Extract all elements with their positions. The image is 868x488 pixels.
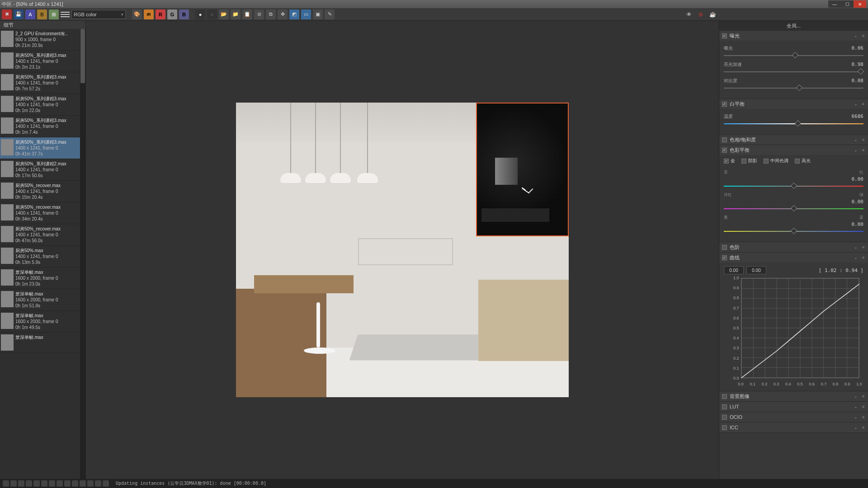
status-icon[interactable] [49,480,55,487]
render-region-marquee[interactable] [476,103,569,236]
chevron-down-icon[interactable]: ⌄ [853,245,859,249]
status-icon[interactable] [26,480,32,487]
chevron-down-icon[interactable]: ⌄ [853,394,859,399]
channel-select[interactable]: RGB color [71,10,126,19]
history-item[interactable]: 厨房50%_recover.max1400 x 1241, frame 00h … [0,224,85,246]
chevron-down-icon[interactable]: ⌄ [853,33,859,38]
icc-enable-check[interactable] [722,425,727,430]
cyan-red-value[interactable]: 0.00 [852,176,864,182]
history-item[interactable]: 厨房50%_recover.max1400 x 1241, frame 00h … [0,181,85,202]
curves-plot[interactable]: 1.00.90.80.70.60.50.40.30.20.10.00.00.10… [728,278,859,386]
history-item[interactable]: 厨房50%_系列课程2.max1400 x 1241, frame 00h 17… [0,159,85,181]
history-item[interactable]: 景深单帧.max1600 x 2000, frame 00h 1m 23.0s [0,267,85,289]
levels-enable-check[interactable] [722,245,727,250]
menu-icon[interactable]: ≡ [861,102,865,106]
status-icon[interactable] [80,480,86,487]
contrast-value[interactable]: 0.08 [852,78,864,84]
compare-icon[interactable]: ⧉ [266,9,276,19]
fit-view-icon[interactable]: ▭ [301,9,311,19]
temperature-value[interactable]: 6686 [852,113,864,120]
history-item[interactable]: 厨房50%_系列课程3.max1400 x 1241, frame 00h 41… [0,137,85,159]
history-scrollbar[interactable] [80,29,85,479]
clock-icon[interactable]: ⊘ [254,9,264,19]
magenta-green-value[interactable]: 0.00 [852,199,864,205]
properties-header[interactable]: 全局... [719,21,868,31]
menu-icon[interactable]: ≡ [861,148,865,152]
render-viewport[interactable] [86,21,719,479]
menu-icon[interactable]: ≡ [861,415,865,419]
curves-enable-check[interactable]: ✓ [722,255,727,260]
cb-highlight-check[interactable]: 高光 [795,158,811,164]
chevron-down-icon[interactable]: ⌄ [853,404,859,409]
lut-enable-check[interactable] [722,404,727,409]
history-item[interactable]: 厨房50%_系列课程3.max1400 x 1241, frame 00h 2m… [0,51,85,72]
clipboard-icon[interactable]: 📋 [242,9,252,19]
curve-input-y[interactable] [746,266,766,274]
status-icon[interactable] [57,480,63,487]
history-item[interactable]: 2_2 GPU Environment有..900 x 1000, frame … [0,29,85,51]
chevron-down-icon[interactable]: ⌄ [853,102,859,106]
magenta-green-slider[interactable] [724,206,863,212]
folder-icon[interactable]: 📁 [231,9,241,19]
status-icon[interactable] [72,480,78,487]
a-button[interactable]: A [25,9,35,19]
history-item[interactable]: 厨房50%_系列课程3.max1400 x 1241, frame 00h 7m… [0,72,85,94]
ocio-enable-check[interactable] [722,415,727,420]
colorbalance-enable-check[interactable]: ✓ [722,148,727,153]
window-maximize-button[interactable]: ☐ [841,0,854,8]
cyan-red-slider[interactable] [724,183,863,189]
menu-icon[interactable]: ≡ [861,404,865,409]
stop-icon[interactable]: ⊖ [696,10,705,19]
status-icon[interactable] [3,480,9,487]
hamburger-menu-icon[interactable] [61,10,70,19]
r-channel-button[interactable]: R [156,9,165,19]
cb-shadow-check[interactable]: 阴影 [741,158,757,164]
history-item[interactable]: 厨房50%.max1400 x 1241, frame 00h 13m 5.9s [0,246,85,267]
history-item[interactable]: 厨房50%_系列课程3.max1400 x 1241, frame 00h 1m… [0,116,85,137]
history-item[interactable]: 厨房50%_recover.max1400 x 1241, frame 00h … [0,202,85,224]
close-render-button[interactable]: ✖ [2,9,12,19]
snapshot-icon[interactable]: ▣ [313,9,323,19]
bg-enable-check[interactable] [722,394,727,399]
yellow-blue-value[interactable]: 0.00 [852,221,864,227]
b-button[interactable]: B [37,9,47,19]
menu-icon[interactable]: ≡ [861,425,865,430]
exposure-value[interactable]: 0.06 [852,45,864,52]
history-item[interactable]: 景深单帧.max [0,333,85,353]
ir-toggle-button[interactable]: IR [144,9,154,19]
b-channel-button[interactable]: B [179,9,189,19]
menu-icon[interactable]: ≡ [861,245,865,249]
huesat-enable-check[interactable] [722,137,727,142]
teapot-icon[interactable]: ☕ [708,10,717,19]
open-folder-icon[interactable]: 📂 [219,9,229,19]
move-icon[interactable]: ✥ [278,9,288,19]
cb-all-check[interactable]: ✓全 [724,158,735,164]
highlight-slider[interactable] [724,69,863,75]
save-button[interactable]: 💾 [14,9,24,19]
status-icon[interactable] [41,480,47,487]
chevron-down-icon[interactable]: ⌄ [853,255,859,260]
status-icon[interactable] [33,480,40,487]
menu-icon[interactable]: ≡ [861,394,865,399]
status-icon[interactable] [18,480,24,487]
status-icon[interactable] [103,480,109,487]
highlight-value[interactable]: 0.98 [852,61,864,68]
status-icon[interactable] [87,480,94,487]
menu-icon[interactable]: ≡ [861,33,865,38]
g-channel-button[interactable]: G [167,9,177,19]
history-item[interactable]: 景深单帧.max1600 x 2000, frame 00h 1m 49.5s [0,311,85,333]
wand-icon[interactable]: ✎ [325,9,335,19]
history-item[interactable]: 景深单帧.max1600 x 2000, frame 00h 1m 51.8s [0,289,85,311]
cb-mid-check[interactable]: 中间色调 [764,158,788,164]
circle-white-icon[interactable]: ● [195,9,205,19]
menu-icon[interactable]: ≡ [861,137,865,142]
chevron-down-icon[interactable]: ⌄ [853,137,859,142]
window-minimize-button[interactable]: — [828,0,841,8]
status-icon[interactable] [64,480,71,487]
temperature-slider[interactable] [724,121,863,127]
circle-outline-icon[interactable]: ○ [207,9,217,19]
exposure-slider[interactable] [724,52,863,59]
contrast-slider[interactable] [724,85,863,91]
whitebalance-enable-check[interactable]: ✓ [722,102,727,107]
exposure-enable-check[interactable]: ✓ [722,33,727,38]
